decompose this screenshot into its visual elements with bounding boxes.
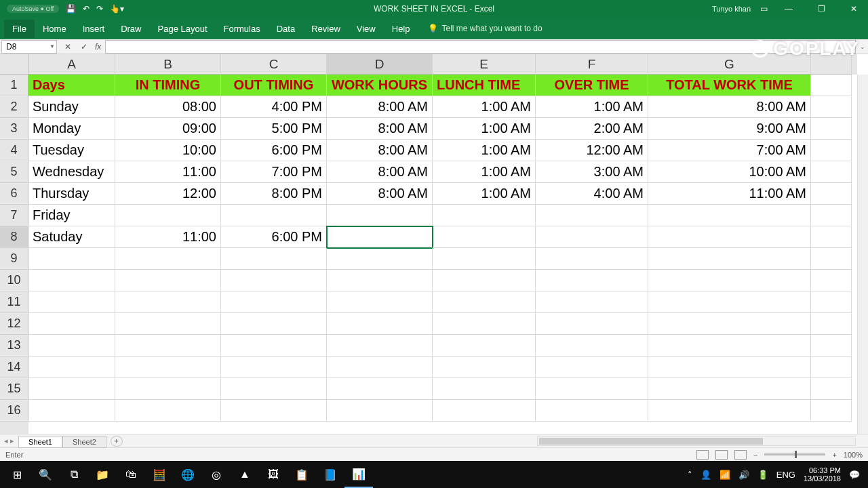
tab-review[interactable]: Review <box>303 20 349 38</box>
store-icon[interactable]: 🛍 <box>117 461 145 488</box>
cell-blank-13[interactable] <box>811 335 852 357</box>
battery-icon[interactable]: 🔋 <box>757 470 768 480</box>
row-header-16[interactable]: 16 <box>0 400 28 422</box>
cell-A13[interactable] <box>28 335 115 357</box>
col-header-E[interactable]: E <box>433 54 536 75</box>
tab-data[interactable]: Data <box>269 20 303 38</box>
cell-E8[interactable] <box>433 226 536 248</box>
cell-B4[interactable]: 10:00 <box>115 140 221 161</box>
cell-blank-16[interactable] <box>811 400 852 422</box>
tab-file[interactable]: File <box>4 20 35 38</box>
cell-B7[interactable] <box>115 205 221 226</box>
cell-D7[interactable] <box>327 205 433 226</box>
row-header-8[interactable]: 8 <box>0 226 28 248</box>
cell-blank-3[interactable] <box>811 118 852 140</box>
cell-blank-14[interactable] <box>811 357 852 378</box>
zoom-slider[interactable] <box>764 453 825 455</box>
cell-A9[interactable] <box>28 248 115 270</box>
cell-A10[interactable] <box>28 270 115 291</box>
cell-A1[interactable]: Days <box>28 75 115 96</box>
cell-G14[interactable] <box>648 357 811 378</box>
cell-B9[interactable] <box>115 248 221 270</box>
cell-F3[interactable]: 2:00 AM <box>536 118 648 140</box>
cell-D8[interactable] <box>327 226 433 248</box>
cell-G1[interactable]: TOTAL WORK TIME <box>648 75 811 96</box>
notifications-icon[interactable]: 💬 <box>849 470 860 480</box>
cell-D1[interactable]: WORK HOURS <box>327 75 433 96</box>
tab-view[interactable]: View <box>349 20 384 38</box>
cell-C13[interactable] <box>221 335 327 357</box>
cell-G4[interactable]: 7:00 AM <box>648 140 811 161</box>
close-button[interactable]: ✕ <box>842 0 865 18</box>
cell-C1[interactable]: OUT TIMING <box>221 75 327 96</box>
cell-A15[interactable] <box>28 378 115 400</box>
view-page-layout-icon[interactable] <box>715 450 728 460</box>
taskbar-clock[interactable]: 06:33 PM 13/03/2018 <box>804 466 841 483</box>
tab-insert[interactable]: Insert <box>75 20 113 38</box>
vlc-icon[interactable]: ▲ <box>231 461 259 488</box>
cell-A7[interactable]: Friday <box>28 205 115 226</box>
cell-E1[interactable]: LUNCH TIME <box>433 75 536 96</box>
cell-blank-5[interactable] <box>811 161 852 183</box>
col-header-B[interactable]: B <box>115 54 221 75</box>
excel-taskbar-icon[interactable]: 📊 <box>344 461 373 488</box>
vertical-scrollbar[interactable] <box>857 75 868 434</box>
cell-A12[interactable] <box>28 313 115 335</box>
redo-icon[interactable]: ↷ <box>96 4 103 14</box>
cells-area[interactable]: DaysIN TIMINGOUT TIMINGWORK HOURSLUNCH T… <box>28 75 857 434</box>
cell-C4[interactable]: 6:00 PM <box>221 140 327 161</box>
maximize-button[interactable]: ❐ <box>810 0 833 18</box>
cell-E16[interactable] <box>433 400 536 422</box>
expand-formula-bar-icon[interactable]: ⌄ <box>860 43 865 50</box>
cell-F6[interactable]: 4:00 AM <box>536 183 648 205</box>
cell-blank-11[interactable] <box>811 291 852 313</box>
cell-C5[interactable]: 7:00 PM <box>221 161 327 183</box>
cell-D9[interactable] <box>327 248 433 270</box>
cell-E10[interactable] <box>433 270 536 291</box>
cell-A8[interactable]: Satuday <box>28 226 115 248</box>
zoom-out-icon[interactable]: − <box>753 451 757 459</box>
cell-D10[interactable] <box>327 270 433 291</box>
cell-F7[interactable] <box>536 205 648 226</box>
cell-G10[interactable] <box>648 270 811 291</box>
cell-F14[interactable] <box>536 357 648 378</box>
row-header-4[interactable]: 4 <box>0 140 28 161</box>
cell-E2[interactable]: 1:00 AM <box>433 96 536 118</box>
cell-E4[interactable]: 1:00 AM <box>433 140 536 161</box>
cell-E9[interactable] <box>433 248 536 270</box>
cell-B5[interactable]: 11:00 <box>115 161 221 183</box>
row-header-14[interactable]: 14 <box>0 357 28 378</box>
cell-D16[interactable] <box>327 400 433 422</box>
people-icon[interactable]: 👤 <box>701 470 711 480</box>
tell-me-search[interactable]: 💡 Tell me what you want to do <box>428 24 542 33</box>
cell-G6[interactable]: 11:00 AM <box>648 183 811 205</box>
cell-G7[interactable] <box>648 205 811 226</box>
zoom-in-icon[interactable]: + <box>832 451 836 459</box>
cell-D3[interactable]: 8:00 AM <box>327 118 433 140</box>
cell-D12[interactable] <box>327 313 433 335</box>
row-header-2[interactable]: 2 <box>0 96 28 118</box>
tab-draw[interactable]: Draw <box>113 20 149 38</box>
cell-G3[interactable]: 9:00 AM <box>648 118 811 140</box>
sheet-tab-1[interactable]: Sheet1 <box>18 436 62 448</box>
cell-A16[interactable] <box>28 400 115 422</box>
view-page-break-icon[interactable] <box>734 450 747 460</box>
cell-B10[interactable] <box>115 270 221 291</box>
row-header-15[interactable]: 15 <box>0 378 28 400</box>
cell-A4[interactable]: Tuesday <box>28 140 115 161</box>
name-box[interactable]: D8 ▼ <box>1 40 57 54</box>
cell-E7[interactable] <box>433 205 536 226</box>
cell-C10[interactable] <box>221 270 327 291</box>
row-header-7[interactable]: 7 <box>0 205 28 226</box>
language-icon[interactable]: ENG <box>776 470 795 480</box>
cell-G2[interactable]: 8:00 AM <box>648 96 811 118</box>
network-icon[interactable]: 📶 <box>719 470 730 480</box>
cell-G16[interactable] <box>648 400 811 422</box>
cell-A6[interactable]: Thursday <box>28 183 115 205</box>
cell-blank-4[interactable] <box>811 140 852 161</box>
app-icon-2[interactable]: 📘 <box>316 461 344 488</box>
search-icon[interactable]: 🔍 <box>31 461 60 488</box>
photos-icon[interactable]: 🖼 <box>259 461 288 488</box>
cell-C2[interactable]: 4:00 PM <box>221 96 327 118</box>
cell-blank-8[interactable] <box>811 226 852 248</box>
